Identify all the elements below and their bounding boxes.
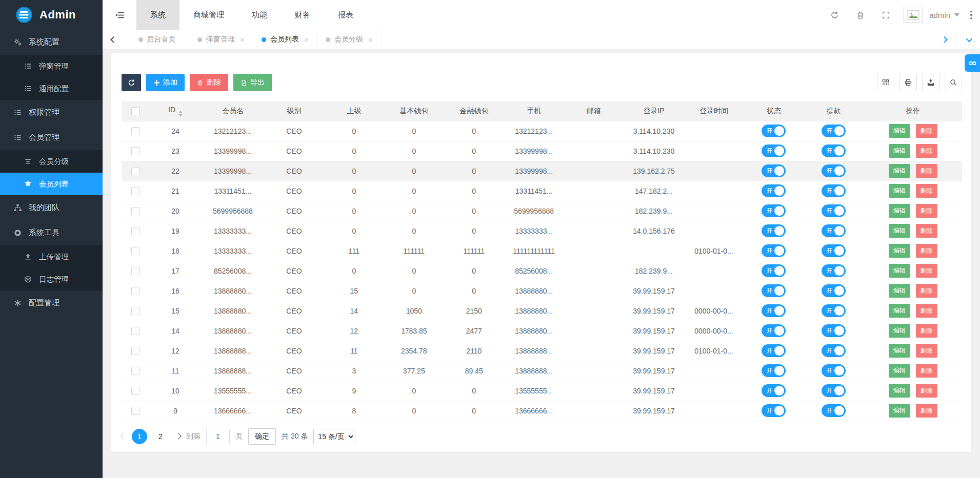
row-delete-button[interactable]: 删除 xyxy=(916,304,937,318)
row-delete-button[interactable]: 删除 xyxy=(916,164,937,178)
withdraw-toggle[interactable]: 开 xyxy=(822,124,846,137)
status-toggle[interactable]: 开 xyxy=(762,304,786,317)
export-button[interactable]: 导出 xyxy=(233,74,272,91)
sidebar-menu-item[interactable]: 配置管理 xyxy=(0,290,103,316)
row-checkbox[interactable] xyxy=(131,187,139,195)
sort-icon[interactable] xyxy=(178,111,183,117)
select-all-checkbox[interactable] xyxy=(131,107,139,115)
topnav-item[interactable]: 功能 xyxy=(238,0,281,30)
tabs-scroll-right-button[interactable] xyxy=(932,30,956,49)
topnav-item[interactable]: 报表 xyxy=(324,0,367,30)
status-toggle[interactable]: 开 xyxy=(762,364,786,377)
page-tab[interactable]: 会员分级 × xyxy=(317,30,382,49)
search-toggle-button[interactable] xyxy=(945,74,962,91)
row-checkbox[interactable] xyxy=(131,267,139,275)
table-refresh-button[interactable] xyxy=(122,74,141,91)
row-checkbox[interactable] xyxy=(131,307,139,315)
tabs-menu-button[interactable] xyxy=(956,30,980,49)
withdraw-toggle[interactable]: 开 xyxy=(822,364,846,377)
row-checkbox[interactable] xyxy=(131,407,139,415)
row-checkbox[interactable] xyxy=(131,287,139,295)
status-toggle[interactable]: 开 xyxy=(762,144,786,157)
row-checkbox[interactable] xyxy=(131,227,139,235)
row-delete-button[interactable]: 删除 xyxy=(916,224,937,238)
brand[interactable]: Admin xyxy=(0,0,103,30)
sidebar-menu-item[interactable]: 会员管理 xyxy=(0,125,103,150)
withdraw-toggle[interactable]: 开 xyxy=(822,184,846,197)
status-toggle[interactable]: 开 xyxy=(762,384,786,397)
prev-page-button[interactable] xyxy=(121,433,127,440)
edit-button[interactable]: 编辑 xyxy=(889,304,910,318)
sidebar-fold-button[interactable] xyxy=(103,0,136,30)
tab-close-icon[interactable]: × xyxy=(368,36,373,44)
status-toggle[interactable]: 开 xyxy=(762,284,786,297)
status-toggle[interactable]: 开 xyxy=(762,244,786,257)
topnav-item[interactable]: 商城管理 xyxy=(179,0,238,30)
edit-button[interactable]: 编辑 xyxy=(889,124,910,138)
edit-button[interactable]: 编辑 xyxy=(889,324,910,338)
withdraw-toggle[interactable]: 开 xyxy=(822,164,846,177)
row-delete-button[interactable]: 删除 xyxy=(916,364,937,378)
row-checkbox[interactable] xyxy=(131,347,139,355)
sidebar-menu-item[interactable]: 系统工具 xyxy=(0,220,103,245)
jump-confirm-button[interactable]: 确定 xyxy=(248,428,276,445)
sidebar-menu-item[interactable]: 通用配置 xyxy=(0,77,103,100)
page-size-select[interactable]: 15 条/页 xyxy=(313,429,355,444)
sidebar-menu-item[interactable]: 系统配置 xyxy=(0,30,103,55)
clear-cache-button[interactable] xyxy=(847,0,873,30)
tab-close-icon[interactable]: × xyxy=(304,36,309,44)
tabs-scroll-left-button[interactable] xyxy=(103,30,125,49)
withdraw-toggle[interactable]: 开 xyxy=(822,404,846,417)
column-id[interactable]: ID xyxy=(149,101,202,121)
status-toggle[interactable]: 开 xyxy=(762,324,786,337)
edit-button[interactable]: 编辑 xyxy=(889,164,910,178)
sidebar-menu-item[interactable]: 上传管理 xyxy=(0,245,103,268)
page-tab[interactable]: 会员列表 × xyxy=(253,30,317,49)
fullscreen-button[interactable] xyxy=(873,0,898,30)
withdraw-toggle[interactable]: 开 xyxy=(822,304,846,317)
topnav-item[interactable]: 财务 xyxy=(281,0,324,30)
sidebar-menu-item[interactable]: 弹窗管理 xyxy=(0,55,103,77)
page-tab[interactable]: 弹窗管理 × xyxy=(189,30,253,49)
status-toggle[interactable]: 开 xyxy=(762,344,786,357)
withdraw-toggle[interactable]: 开 xyxy=(822,344,846,357)
withdraw-toggle[interactable]: 开 xyxy=(822,144,846,157)
row-checkbox[interactable] xyxy=(131,387,139,395)
status-toggle[interactable]: 开 xyxy=(762,264,786,277)
row-delete-button[interactable]: 删除 xyxy=(916,144,937,158)
print-button[interactable] xyxy=(899,74,917,91)
row-delete-button[interactable]: 删除 xyxy=(916,344,937,358)
row-checkbox[interactable] xyxy=(131,207,139,215)
columns-toggle-button[interactable] xyxy=(877,74,894,91)
user-dropdown[interactable]: admin xyxy=(929,11,959,19)
jump-page-input[interactable] xyxy=(206,429,230,444)
sidebar-menu-item[interactable]: 会员列表 xyxy=(0,173,103,195)
row-checkbox[interactable] xyxy=(131,327,139,335)
edit-button[interactable]: 编辑 xyxy=(889,264,910,278)
edit-button[interactable]: 编辑 xyxy=(889,404,910,418)
row-checkbox[interactable] xyxy=(131,247,139,255)
row-delete-button[interactable]: 删除 xyxy=(916,124,937,138)
next-page-button[interactable] xyxy=(175,433,182,440)
row-checkbox[interactable] xyxy=(131,367,139,375)
row-delete-button[interactable]: 删除 xyxy=(916,204,937,218)
tab-close-icon[interactable]: × xyxy=(240,36,245,44)
page-tab[interactable]: 后台首页 × xyxy=(125,30,189,49)
withdraw-toggle[interactable]: 开 xyxy=(822,264,846,277)
row-delete-button[interactable]: 删除 xyxy=(916,404,937,418)
status-toggle[interactable]: 开 xyxy=(762,184,786,197)
page-number-button[interactable]: 2 xyxy=(153,429,168,444)
sidebar-menu-item[interactable]: 权限管理 xyxy=(0,100,103,125)
withdraw-toggle[interactable]: 开 xyxy=(822,324,846,337)
status-toggle[interactable]: 开 xyxy=(762,224,786,237)
row-delete-button[interactable]: 删除 xyxy=(916,184,937,198)
more-menu-button[interactable] xyxy=(965,0,978,30)
refresh-button[interactable] xyxy=(822,0,847,30)
withdraw-toggle[interactable]: 开 xyxy=(822,244,846,257)
row-checkbox[interactable] xyxy=(131,127,139,135)
edit-button[interactable]: 编辑 xyxy=(889,224,910,238)
row-delete-button[interactable]: 删除 xyxy=(916,244,937,258)
edit-button[interactable]: 编辑 xyxy=(889,244,910,258)
withdraw-toggle[interactable]: 开 xyxy=(822,204,846,217)
status-toggle[interactable]: 开 xyxy=(762,164,786,177)
